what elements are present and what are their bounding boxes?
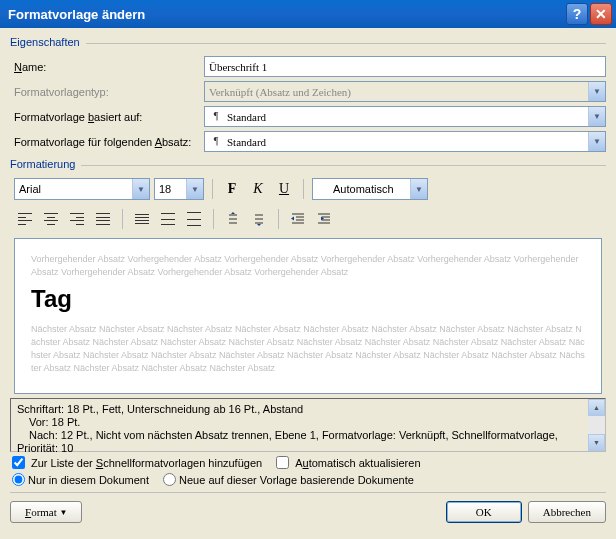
description-line: Vor: 18 Pt.: [17, 416, 599, 429]
preview-pane: Vorhergehender Absatz Vorhergehender Abs…: [14, 238, 602, 394]
italic-button[interactable]: K: [247, 178, 269, 200]
chevron-down-icon: ▼: [186, 179, 203, 199]
auto-update-checkbox[interactable]: Automatisch aktualisieren: [276, 456, 420, 469]
name-label: Name:: [14, 61, 204, 73]
format-button[interactable]: Format ▼: [10, 501, 82, 523]
chevron-down-icon: ▼: [132, 179, 149, 199]
new-docs-radio[interactable]: Neue auf dieser Vorlage basierende Dokum…: [163, 473, 414, 486]
close-icon: ✕: [595, 6, 607, 22]
basedon-value: Standard: [227, 111, 266, 123]
align-center-button[interactable]: [40, 208, 62, 230]
styletype-label: Formatvorlagentyp:: [14, 86, 204, 98]
paragraph-icon: ¶: [209, 135, 223, 149]
space-before-decrease-button[interactable]: [248, 208, 270, 230]
indent-decrease-button[interactable]: [287, 208, 309, 230]
help-button[interactable]: ?: [566, 3, 588, 25]
add-to-quick-input[interactable]: [12, 456, 25, 469]
preview-before: Vorhergehender Absatz Vorhergehender Abs…: [31, 253, 585, 279]
description-line: Nach: 12 Pt., Nicht vom nächsten Absatz …: [17, 429, 599, 442]
new-docs-input[interactable]: [163, 473, 176, 486]
scrollbar[interactable]: ▲ ▼: [588, 399, 605, 451]
divider: [86, 43, 606, 44]
basedon-label: Formatvorlage basiert auf:: [14, 111, 204, 123]
auto-update-input[interactable]: [276, 456, 289, 469]
description-line: Schriftart: 18 Pt., Fett, Unterschneidun…: [17, 403, 599, 416]
underline-button[interactable]: U: [273, 178, 295, 200]
linespacing-2-button[interactable]: [183, 208, 205, 230]
divider: [278, 209, 279, 229]
scroll-down-icon[interactable]: ▼: [588, 434, 605, 451]
linespacing-1-button[interactable]: [131, 208, 153, 230]
align-left-button[interactable]: [14, 208, 36, 230]
divider: [122, 209, 123, 229]
bold-button[interactable]: F: [221, 178, 243, 200]
close-button[interactable]: ✕: [590, 3, 612, 25]
preview-sample: Tag: [31, 285, 585, 313]
titlebar: Formatvorlage ändern ? ✕: [0, 0, 616, 28]
divider: [81, 165, 606, 166]
only-this-doc-radio[interactable]: Nur in diesem Dokument: [12, 473, 149, 486]
preview-after: Nächster Absatz Nächster Absatz Nächster…: [31, 323, 585, 375]
chevron-down-icon: ▼: [588, 82, 605, 101]
chevron-down-icon: ▼: [60, 508, 68, 517]
ok-button[interactable]: OK: [446, 501, 522, 523]
divider: [212, 179, 213, 199]
following-combo[interactable]: ¶ Standard ▼: [204, 131, 606, 152]
align-justify-button[interactable]: [92, 208, 114, 230]
scroll-up-icon[interactable]: ▲: [588, 399, 605, 416]
color-combo[interactable]: Automatisch ▼: [312, 178, 428, 200]
cancel-button[interactable]: Abbrechen: [528, 501, 606, 523]
paragraph-icon: ¶: [209, 110, 223, 124]
size-combo[interactable]: 18 ▼: [154, 178, 204, 200]
help-icon: ?: [573, 6, 582, 22]
add-to-quick-checkbox[interactable]: Zur Liste der Schnellformatvorlagen hinz…: [12, 456, 262, 469]
divider: [303, 179, 304, 199]
styletype-combo: Verknüpft (Absatz und Zeichen) ▼: [204, 81, 606, 102]
divider: [213, 209, 214, 229]
description-line: Priorität: 10: [17, 442, 599, 455]
linespacing-15-button[interactable]: [157, 208, 179, 230]
indent-increase-button[interactable]: [313, 208, 335, 230]
section-formatting: Formatierung: [10, 158, 75, 170]
styletype-value: Verknüpft (Absatz und Zeichen): [209, 86, 351, 98]
only-this-doc-input[interactable]: [12, 473, 25, 486]
font-value: Arial: [19, 183, 41, 195]
window-title: Formatvorlage ändern: [8, 7, 564, 22]
align-right-button[interactable]: [66, 208, 88, 230]
space-before-increase-button[interactable]: [222, 208, 244, 230]
chevron-down-icon: ▼: [588, 132, 605, 151]
description-box: Schriftart: 18 Pt., Fett, Unterschneidun…: [10, 398, 606, 452]
chevron-down-icon: ▼: [410, 179, 427, 199]
font-combo[interactable]: Arial ▼: [14, 178, 150, 200]
section-properties: Eigenschaften: [10, 36, 80, 48]
following-label: Formatvorlage für folgenden Absatz:: [14, 136, 204, 148]
chevron-down-icon: ▼: [588, 107, 605, 126]
following-value: Standard: [227, 136, 266, 148]
basedon-combo[interactable]: ¶ Standard ▼: [204, 106, 606, 127]
color-value: Automatisch: [333, 183, 394, 195]
name-input[interactable]: [204, 56, 606, 77]
size-value: 18: [159, 183, 171, 195]
